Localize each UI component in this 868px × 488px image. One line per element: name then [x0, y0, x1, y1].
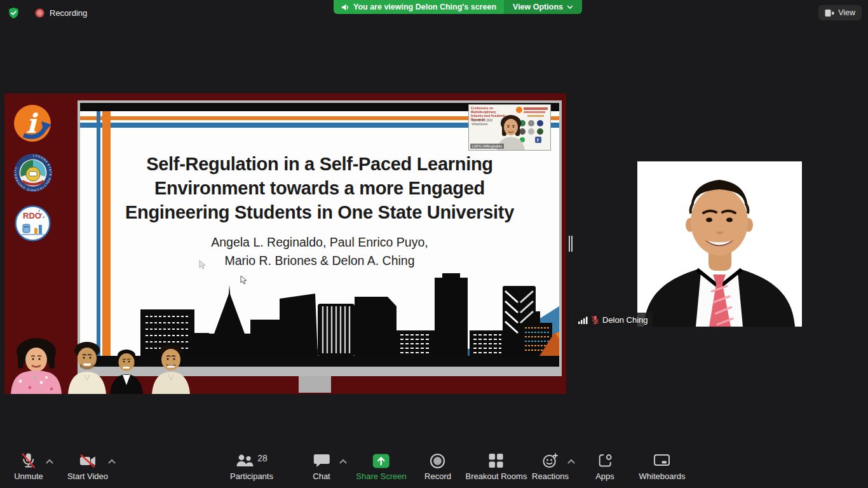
apps-button[interactable]: Apps	[595, 451, 614, 481]
zoom-meeting-window: Recording You are viewing Delon Ching's …	[0, 0, 868, 488]
reactions-icon	[542, 452, 559, 469]
monitor-stand	[299, 376, 331, 393]
unmute-options-caret[interactable]	[46, 459, 54, 464]
view-button[interactable]: View	[818, 5, 862, 20]
mic-off-icon	[21, 452, 37, 470]
video-off-icon	[79, 453, 97, 469]
svg-text:RDO: RDO	[23, 211, 41, 220]
pane-divider-handle[interactable]	[569, 236, 570, 252]
overlay-event-date: July 29-30, 2022 Virtual Event	[471, 119, 492, 126]
connection-signal-icon	[578, 316, 588, 324]
speaker-icon	[341, 3, 349, 11]
record-icon	[430, 453, 445, 469]
conference-i-logo: i	[12, 104, 53, 145]
shared-screen-content: i LAGUNA STATE POLYTECHNIC UNIVERSITY	[4, 93, 566, 394]
svg-text:f: f	[537, 137, 539, 143]
recording-label: Recording	[50, 8, 87, 18]
meeting-top-bar: Recording You are viewing Delon Ching's …	[0, 0, 868, 25]
recording-dot-icon	[35, 8, 44, 18]
participant-portrait	[637, 161, 802, 327]
recording-indicator: Recording	[8, 7, 87, 19]
breakout-rooms-button[interactable]: Breakout Rooms	[466, 451, 527, 481]
rdo-logo: RDO	[15, 205, 51, 241]
slide-authors: Angela L. Reginaldo, Paul Enrico Puyo, M…	[80, 233, 559, 270]
viewing-screen-banner: You are viewing Delon Ching's screen Vie…	[334, 0, 582, 14]
apps-icon	[597, 453, 613, 468]
view-options-button[interactable]: View Options	[504, 0, 582, 14]
view-layout-icon	[825, 9, 834, 17]
record-button[interactable]: Record	[424, 451, 451, 481]
chat-icon	[313, 453, 330, 468]
slide-title: Self-Regulation in a Self-Paced Learning…	[80, 152, 559, 224]
participants-icon	[236, 453, 255, 468]
participants-count: 28	[257, 453, 268, 463]
viewing-screen-banner-text: You are viewing Delon Ching's screen	[334, 0, 504, 14]
meeting-control-bar: Unmute Start Video	[0, 445, 868, 488]
whiteboards-button[interactable]: Whiteboards	[639, 451, 686, 481]
participant-name-label: Delon Ching	[574, 313, 653, 327]
reactions-options-caret[interactable]	[567, 459, 576, 464]
presenter-webcam-overlay: Conference on Multidisciplinary Industry…	[468, 104, 551, 151]
video-options-caret[interactable]	[108, 459, 116, 464]
share-screen-icon	[373, 454, 390, 468]
chat-button[interactable]: Chat	[313, 451, 330, 481]
author-photos-cutout	[4, 336, 195, 394]
breakout-rooms-icon	[489, 453, 504, 468]
lspu-seal-logo: LAGUNA STATE POLYTECHNIC UNIVERSITY	[13, 153, 53, 193]
start-video-button[interactable]: Start Video	[67, 451, 108, 481]
unmute-button[interactable]: Unmute	[14, 451, 43, 481]
security-shield-icon[interactable]	[8, 7, 20, 19]
chat-options-caret[interactable]	[339, 459, 348, 464]
participant-video-tile	[637, 161, 802, 327]
share-screen-button[interactable]: Share Screen	[356, 451, 407, 481]
participants-button[interactable]: 28 Participants	[230, 451, 273, 481]
chevron-down-icon	[567, 5, 573, 10]
view-button-label: View	[838, 8, 855, 17]
presenter-name-tag: LSPU-JAReginaldo	[470, 144, 504, 149]
muted-mic-icon	[591, 315, 599, 325]
slide-monitor-frame: Self-Regulation in a Self-Paced Learning…	[78, 100, 562, 376]
remote-cursor-1	[199, 260, 207, 270]
reactions-button[interactable]: Reactions	[532, 451, 569, 481]
whiteboards-icon	[654, 454, 670, 468]
pane-divider-handle[interactable]	[571, 236, 573, 252]
